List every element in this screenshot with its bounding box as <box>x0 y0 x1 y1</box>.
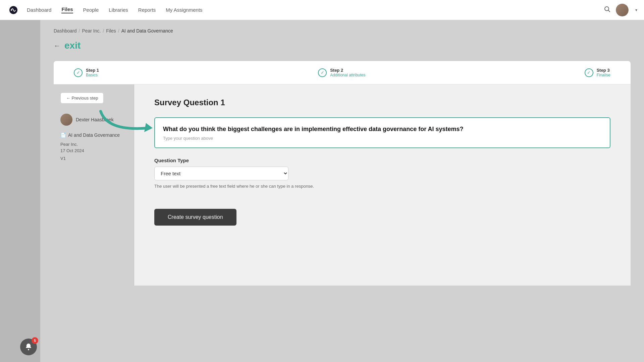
step-3-text: Step 3 Finalise <box>597 68 610 77</box>
step-1-label: Step 1 <box>86 68 99 73</box>
breadcrumb-files[interactable]: Files <box>106 28 116 34</box>
doc-company: Pear Inc. <box>60 142 127 147</box>
step-2-sub: Additional attributes <box>330 73 365 77</box>
breadcrumb-pear-inc[interactable]: Pear Inc. <box>82 28 101 34</box>
exit-header: ← exit <box>54 40 631 51</box>
question-type-section: Question Type Free text Multiple choice … <box>154 158 610 189</box>
step-3[interactable]: ✓ Step 3 Finalise <box>585 68 610 77</box>
step-1-text: Step 1 Basics <box>86 68 99 77</box>
left-panel: ← Previous step Dexter Haasbroek 📄 AI an… <box>54 84 134 286</box>
svg-point-4 <box>28 349 29 350</box>
nav-libraries[interactable]: Libraries <box>109 7 128 13</box>
top-navigation: Dashboard Files People Libraries Reports… <box>0 0 644 20</box>
breadcrumb-current: AI and Data Governance <box>121 28 173 34</box>
breadcrumb: Dashboard / Pear Inc. / Files / AI and D… <box>54 28 631 34</box>
survey-title: Survey Question 1 <box>154 98 610 107</box>
question-placeholder: Type your question above <box>163 136 602 141</box>
prev-step-button[interactable]: ← Previous step <box>60 93 104 104</box>
nav-files[interactable]: Files <box>61 6 73 13</box>
doc-title: 📄 AI and Data Governance <box>60 132 127 138</box>
question-type-select[interactable]: Free text Multiple choice Single choice … <box>154 167 288 180</box>
step-3-check: ✓ <box>585 68 593 77</box>
doc-info: 📄 AI and Data Governance Pear Inc. 17 Oc… <box>60 132 127 161</box>
user-menu-chevron[interactable]: ▾ <box>635 8 637 12</box>
step-3-sub: Finalise <box>597 73 610 77</box>
step-2[interactable]: ✓ Step 2 Additional attributes <box>318 68 365 77</box>
user-name: Dexter Haasbroek <box>76 117 114 122</box>
nav-people[interactable]: People <box>83 7 99 13</box>
doc-title-text: AI and Data Governance <box>68 132 120 138</box>
nav-my-assignments[interactable]: My Assignments <box>166 7 202 13</box>
user-avatar-small <box>60 114 72 126</box>
breadcrumb-dashboard[interactable]: Dashboard <box>54 28 77 34</box>
step-2-label: Step 2 <box>330 68 365 73</box>
right-panel: Survey Question 1 What do you think the … <box>134 84 631 286</box>
step-1-sub: Basics <box>86 73 99 77</box>
step-2-text: Step 2 Additional attributes <box>330 68 365 77</box>
question-type-help: The user will be presented a free text f… <box>154 184 322 189</box>
doc-icon: 📄 <box>60 132 66 138</box>
step-1-check: ✓ <box>74 68 83 77</box>
create-survey-question-button[interactable]: Create survey question <box>154 209 236 226</box>
question-box[interactable]: What do you think the biggest challenges… <box>154 117 610 148</box>
app-logo[interactable] <box>7 3 20 17</box>
breadcrumb-sep2: / <box>103 28 104 34</box>
step-1[interactable]: ✓ Step 1 Basics <box>74 68 99 77</box>
main-content: Dashboard / Pear Inc. / Files / AI and D… <box>40 20 644 362</box>
left-sidebar <box>0 20 40 362</box>
nav-links: Dashboard Files People Libraries Reports… <box>27 6 604 13</box>
content-layout: ← Previous step Dexter Haasbroek 📄 AI an… <box>54 84 631 286</box>
question-text: What do you think the biggest challenges… <box>163 125 602 134</box>
svg-line-2 <box>608 10 610 12</box>
steps-bar: ✓ Step 1 Basics ✓ Step 2 Additional attr… <box>54 61 631 84</box>
back-button[interactable]: ← <box>54 42 60 50</box>
user-info: Dexter Haasbroek <box>60 114 127 126</box>
breadcrumb-sep1: / <box>79 28 80 34</box>
nav-dashboard[interactable]: Dashboard <box>27 7 51 13</box>
doc-date: 17 Oct 2024 <box>60 148 127 153</box>
question-type-label: Question Type <box>154 158 610 163</box>
svg-marker-3 <box>144 123 153 132</box>
nav-right: ▾ <box>604 4 637 16</box>
breadcrumb-sep3: / <box>118 28 119 34</box>
exit-title: exit <box>64 40 80 51</box>
user-avatar[interactable] <box>616 4 629 16</box>
notification-badge: 5 <box>20 339 37 355</box>
nav-reports[interactable]: Reports <box>138 7 156 13</box>
notification-count: 5 <box>32 337 38 344</box>
notification-button[interactable]: 5 <box>20 339 37 355</box>
search-button[interactable] <box>604 6 610 14</box>
doc-version: V1 <box>60 156 127 161</box>
svg-point-0 <box>11 9 12 11</box>
step-3-label: Step 3 <box>597 68 610 73</box>
step-2-check: ✓ <box>318 68 327 77</box>
